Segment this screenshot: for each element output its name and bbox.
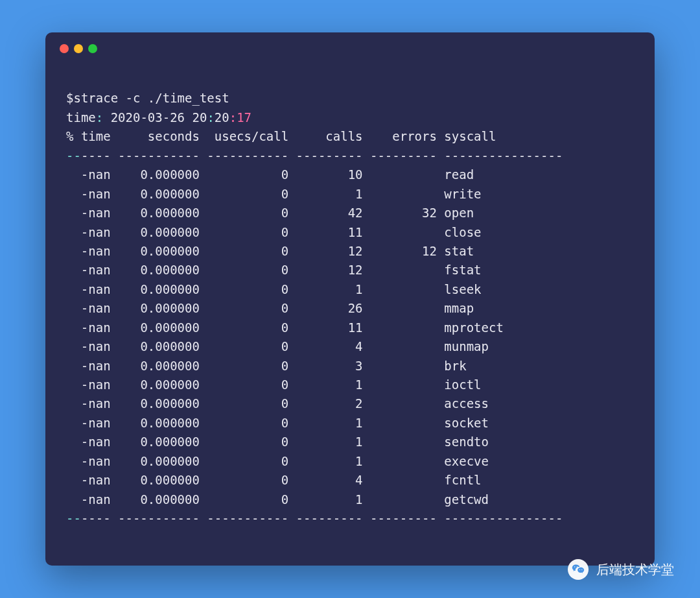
cell-seconds: 0.000000	[111, 433, 200, 451]
cell-time: -nan	[66, 261, 111, 280]
cell-time: -nan	[66, 242, 111, 261]
separator: ----------------	[437, 509, 563, 528]
cell-usecs: 0	[200, 357, 288, 376]
cell-syscall: read	[437, 165, 474, 184]
cell-syscall: socket	[437, 414, 489, 433]
cell-seconds: 0.000000	[111, 357, 200, 376]
cell-calls: 1	[288, 280, 362, 299]
cell-usecs: 0	[200, 280, 288, 299]
cell-syscall: brk	[437, 357, 467, 376]
timestamp-min: 20	[215, 110, 229, 125]
cell-usecs: 0	[200, 394, 288, 413]
time-label: time	[66, 110, 96, 125]
close-icon[interactable]	[60, 44, 69, 53]
separator: -----------	[200, 147, 288, 165]
cell-seconds: 0.000000	[111, 394, 200, 413]
cell-time: -nan	[66, 433, 111, 451]
cell-syscall: fcntl	[437, 471, 482, 490]
table-row: -nan0.00000004232open	[66, 204, 634, 222]
table-row: -nan0.00000004fcntl	[66, 471, 634, 490]
time-output-line: time: 2020-03-26 20:20:17	[66, 110, 251, 125]
cell-syscall: execve	[437, 452, 489, 471]
cell-usecs: 0	[200, 376, 288, 394]
table-row: -nan0.00000001lseek	[66, 280, 634, 299]
table-row: -nan0.00000001execve	[66, 452, 634, 471]
cell-calls: 11	[288, 318, 362, 337]
cell-time: -nan	[66, 414, 111, 433]
table-row: -nan0.00000001sendto	[66, 433, 634, 451]
cell-seconds: 0.000000	[111, 223, 200, 242]
cell-syscall: mmap	[437, 299, 474, 318]
cell-calls: 1	[288, 414, 362, 433]
cell-usecs: 0	[200, 337, 288, 356]
cell-seconds: 0.000000	[111, 414, 200, 433]
separator-cyan: --	[66, 511, 81, 525]
cell-time: -nan	[66, 490, 111, 509]
separator-row: ----------------------------------------…	[66, 149, 563, 163]
table-row: -nan0.00000001ioctl	[66, 376, 634, 394]
table-row: -nan0.00000001write	[66, 185, 634, 204]
cell-time: -nan	[66, 452, 111, 471]
cell-seconds: 0.000000	[111, 299, 200, 318]
cell-calls: 10	[288, 165, 362, 184]
separator: ---------	[363, 147, 437, 165]
cell-errors: 32	[363, 204, 437, 222]
cell-usecs: 0	[200, 204, 288, 222]
cell-time: -nan	[66, 185, 111, 204]
table-row: -nan0.000000026mmap	[66, 299, 634, 318]
cell-syscall: close	[437, 223, 482, 242]
table-row: -nan0.00000001212stat	[66, 242, 634, 261]
cell-usecs: 0	[200, 433, 288, 451]
cell-syscall: open	[437, 204, 474, 222]
separator: ---------	[288, 509, 362, 528]
cell-calls: 12	[288, 261, 362, 280]
cell-usecs: 0	[200, 165, 288, 184]
separator-cyan: --	[66, 149, 81, 163]
col-seconds: seconds	[111, 127, 200, 146]
timestamp-date: 2020-03-26 20	[111, 110, 207, 125]
command-line: $strace -c ./time_test	[66, 91, 229, 105]
cell-time: -nan	[66, 204, 111, 222]
cell-calls: 12	[288, 242, 362, 261]
cell-time: -nan	[66, 376, 111, 394]
separator: ----	[81, 511, 111, 525]
table-header-row: % timesecondsusecs/callcallserrorssyscal…	[66, 129, 496, 143]
cell-seconds: 0.000000	[111, 318, 200, 337]
cell-time: -nan	[66, 165, 111, 184]
cell-syscall: fstat	[437, 261, 482, 280]
cell-syscall: sendto	[437, 433, 489, 451]
col-syscall: syscall	[437, 127, 496, 146]
cell-usecs: 0	[200, 414, 288, 433]
cell-calls: 2	[288, 394, 362, 413]
table-row: -nan0.00000004munmap	[66, 337, 634, 356]
colon-icon: :	[229, 110, 237, 125]
table-row: -nan0.00000003brk	[66, 357, 634, 376]
cell-seconds: 0.000000	[111, 452, 200, 471]
separator: ---------	[288, 147, 362, 165]
cell-usecs: 0	[200, 318, 288, 337]
cell-usecs: 0	[200, 299, 288, 318]
col-usecs: usecs/call	[200, 127, 288, 146]
cell-time: -nan	[66, 337, 111, 356]
cell-usecs: 0	[200, 452, 288, 471]
cell-seconds: 0.000000	[111, 242, 200, 261]
cell-calls: 1	[288, 452, 362, 471]
cell-syscall: getcwd	[437, 490, 489, 509]
cell-seconds: 0.000000	[111, 471, 200, 490]
cell-time: -nan	[66, 471, 111, 490]
table-row: -nan0.000000011mprotect	[66, 318, 634, 337]
cell-seconds: 0.000000	[111, 261, 200, 280]
zoom-icon[interactable]	[88, 44, 97, 53]
col-calls: calls	[288, 127, 362, 146]
cell-syscall: mprotect	[437, 318, 504, 337]
cell-seconds: 0.000000	[111, 204, 200, 222]
cell-seconds: 0.000000	[111, 337, 200, 356]
cell-calls: 11	[288, 223, 362, 242]
watermark: 后端技术学堂	[568, 559, 674, 580]
table-row: -nan0.00000001socket	[66, 414, 634, 433]
minimize-icon[interactable]	[74, 44, 83, 53]
cell-calls: 26	[288, 299, 362, 318]
cell-seconds: 0.000000	[111, 280, 200, 299]
table-row: -nan0.00000002access	[66, 394, 634, 413]
watermark-text: 后端技术学堂	[596, 561, 674, 579]
